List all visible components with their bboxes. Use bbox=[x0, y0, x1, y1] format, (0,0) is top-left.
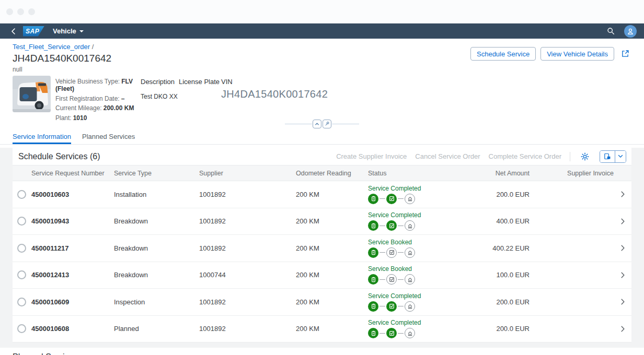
vehicle-image bbox=[13, 76, 51, 112]
row-radio-button[interactable] bbox=[17, 244, 26, 253]
service-completion-step bbox=[386, 274, 397, 285]
table-row[interactable]: 4500010603 Installation 1001892 200 KM S… bbox=[13, 181, 631, 208]
table-settings-button[interactable] bbox=[579, 150, 591, 163]
attribute-plant: Plant:1010 bbox=[55, 114, 141, 122]
select-cell bbox=[13, 244, 31, 253]
toolbar-actions: Create Supplier Invoice Cancel Service O… bbox=[336, 150, 626, 163]
odometer-cell: 200 KM bbox=[283, 217, 368, 225]
supplier-building-icon bbox=[407, 250, 413, 255]
vehicle-info-section: Vehicle Business Type:FLV (Fleet) First … bbox=[0, 70, 644, 117]
service-request-step bbox=[368, 194, 378, 204]
column-header[interactable]: Net Amount bbox=[449, 170, 530, 177]
table-row[interactable]: 4500010943 Breakdown 1001892 200 KM Serv… bbox=[13, 208, 631, 235]
window-zoom-button[interactable] bbox=[28, 8, 35, 15]
chevron-right-icon bbox=[621, 245, 625, 251]
description-label: Description bbox=[141, 78, 179, 86]
column-header[interactable]: Supplier Invoice bbox=[530, 170, 614, 177]
tab-service-information[interactable]: Service Information bbox=[13, 133, 71, 144]
pin-icon bbox=[325, 121, 330, 126]
user-avatar-button[interactable] bbox=[624, 25, 637, 38]
chevron-up-icon bbox=[315, 122, 319, 126]
status-cell: Service Completed bbox=[368, 319, 449, 338]
supplier-cell: 1001892 bbox=[199, 217, 283, 225]
row-radio-button[interactable] bbox=[17, 324, 26, 333]
row-radio-button[interactable] bbox=[17, 270, 26, 279]
table-body: 4500010603 Installation 1001892 200 KM S… bbox=[13, 181, 631, 342]
table-toolbar: Schedule Services (6) Create Supplier In… bbox=[13, 148, 631, 165]
row-radio-button[interactable] bbox=[17, 298, 26, 306]
supplier-building-icon bbox=[407, 303, 413, 309]
vehicle-attributes: Vehicle Business Type:FLV (Fleet) First … bbox=[55, 76, 141, 117]
service-type-cell: Breakdown bbox=[114, 271, 199, 279]
share-button[interactable] bbox=[619, 48, 631, 60]
schedule-service-button[interactable]: Schedule Service bbox=[470, 47, 536, 61]
step-connector bbox=[380, 306, 385, 306]
row-navigation-button[interactable] bbox=[614, 326, 631, 332]
column-header[interactable]: Service Request Number bbox=[31, 170, 114, 177]
tab-planned-services[interactable]: Planned Services bbox=[82, 133, 135, 144]
status-text: Service Booked bbox=[368, 239, 449, 246]
export-button[interactable] bbox=[600, 151, 615, 162]
checklist-icon bbox=[389, 223, 395, 229]
table-row[interactable]: 4500012413 Breakdown 1000744 200 KM Serv… bbox=[13, 262, 631, 289]
service-request-step bbox=[368, 301, 378, 312]
column-header[interactable]: Status bbox=[368, 170, 449, 177]
service-request-step bbox=[368, 247, 378, 258]
status-text: Service Completed bbox=[368, 319, 449, 326]
back-button[interactable] bbox=[7, 26, 19, 37]
attribute-value: 200.00 KM bbox=[104, 104, 134, 112]
chevron-right-icon bbox=[621, 272, 625, 278]
window-close-button[interactable] bbox=[6, 8, 13, 15]
service-request-number-cell: 4500010608 bbox=[31, 325, 114, 333]
service-type-cell: Breakdown bbox=[114, 244, 199, 252]
window-minimize-button[interactable] bbox=[17, 8, 24, 15]
column-header[interactable]: Supplier bbox=[199, 170, 283, 177]
collapse-header-button[interactable] bbox=[313, 120, 321, 128]
search-button[interactable] bbox=[605, 26, 616, 37]
screen: SAP Vehicle Test_Fleet_Service_order / J… bbox=[0, 0, 644, 355]
export-menu-button[interactable] bbox=[615, 151, 626, 162]
service-completion-step bbox=[386, 328, 397, 338]
row-navigation-button[interactable] bbox=[614, 245, 631, 251]
row-radio-button[interactable] bbox=[17, 190, 26, 199]
app-title-menu[interactable]: Vehicle bbox=[53, 27, 84, 35]
column-header[interactable]: Odometer Reading bbox=[283, 170, 368, 177]
view-vehicle-details-button[interactable]: View Vehicle Details bbox=[540, 47, 614, 61]
net-amount-cell: 200.0 EUR bbox=[449, 325, 530, 333]
status-cell: Service Completed bbox=[368, 211, 449, 231]
status-steps bbox=[368, 301, 449, 312]
select-cell bbox=[13, 298, 31, 306]
service-request-number-cell: 4500012413 bbox=[31, 271, 114, 279]
odometer-cell: 200 KM bbox=[283, 191, 368, 198]
chevron-right-icon bbox=[621, 299, 625, 305]
row-navigation-button[interactable] bbox=[614, 191, 631, 197]
service-type-cell: Installation bbox=[114, 191, 199, 198]
row-radio-button[interactable] bbox=[17, 217, 26, 226]
window-controls[interactable] bbox=[6, 8, 35, 15]
column-header[interactable]: Service Type bbox=[114, 170, 199, 177]
select-cell bbox=[13, 324, 31, 333]
pin-header-button[interactable] bbox=[323, 120, 331, 128]
table-row[interactable]: 4500010608 Planned 1001892 200 KM Servic… bbox=[13, 316, 631, 343]
chevron-left-icon bbox=[10, 28, 16, 35]
supplier-invoice-step bbox=[405, 247, 415, 258]
sap-logo[interactable]: SAP bbox=[23, 26, 44, 37]
description-group: Description Test DKO XX bbox=[141, 76, 179, 117]
breadcrumb-link[interactable]: Test_Fleet_Service_order bbox=[13, 43, 90, 51]
attribute-label: Current Mileage: bbox=[55, 104, 102, 112]
tab-bar: Service Information Planned Services bbox=[0, 130, 644, 145]
row-navigation-button[interactable] bbox=[614, 272, 631, 278]
supplier-cell: 1001892 bbox=[199, 244, 283, 252]
cancel-service-order-button[interactable]: Cancel Service Order bbox=[415, 152, 480, 160]
page-content: Schedule Services (6) Create Supplier In… bbox=[0, 148, 644, 355]
supplier-building-icon bbox=[407, 277, 413, 282]
row-navigation-button[interactable] bbox=[614, 299, 631, 305]
table-row[interactable]: 4500011217 Breakdown 1001892 200 KM Serv… bbox=[13, 235, 631, 262]
supplier-cell: 1000744 bbox=[199, 271, 283, 279]
export-split-button bbox=[600, 150, 626, 163]
row-navigation-button[interactable] bbox=[614, 218, 631, 224]
checklist-icon bbox=[389, 303, 395, 309]
table-row[interactable]: 4500010609 Inspection 1001892 200 KM Ser… bbox=[13, 289, 631, 316]
create-supplier-invoice-button[interactable]: Create Supplier Invoice bbox=[336, 152, 407, 160]
complete-service-order-button[interactable]: Complete Service Order bbox=[489, 152, 561, 160]
